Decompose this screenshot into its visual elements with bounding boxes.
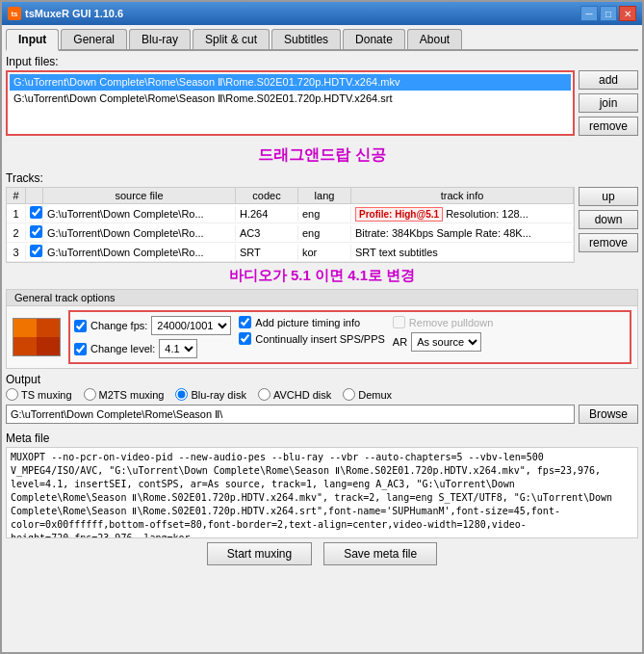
title-controls: ─ □ ✕ xyxy=(580,6,636,21)
general-track-options-panel: General track options Change fps: 2400 xyxy=(6,289,638,369)
level-select[interactable]: 4.14.03.13.0 xyxy=(159,339,197,358)
track-check-3[interactable] xyxy=(26,243,43,261)
output-demux[interactable]: Demux xyxy=(343,388,392,401)
track-codec-3: SRT xyxy=(236,245,298,260)
radio-m2ts-label: M2TS muxing xyxy=(99,389,165,401)
svg-rect-2 xyxy=(37,337,60,355)
table-row[interactable]: 1 G:\uTorrent\Down Complete\Ro... H.264 … xyxy=(7,204,574,223)
add-picture-timing-row: Add picture timing info xyxy=(239,316,385,328)
ar-row: AR As source4:316:9 xyxy=(393,332,493,352)
track-info-2: Bitrate: 384Kbps Sample Rate: 48K... xyxy=(351,225,574,241)
col-lang: lang xyxy=(298,188,351,203)
title-bar: ts tsMuxeR GUI 1.10.6 ─ □ ✕ xyxy=(2,2,642,25)
track-thumbnail xyxy=(13,318,61,356)
gto-col-extra: Remove pulldown AR As source4:316:9 xyxy=(393,316,493,358)
track-codec-1: H.264 xyxy=(236,206,298,222)
table-row[interactable]: 2 G:\uTorrent\Down Complete\Ro... AC3 en… xyxy=(7,223,574,243)
track-up-button[interactable]: up xyxy=(579,187,638,206)
radio-m2ts[interactable] xyxy=(84,388,96,401)
col-source: source file xyxy=(43,188,236,203)
gto-col-left: Change fps: 24000/1001253030000/10015060… xyxy=(74,316,231,358)
track-lang-2: eng xyxy=(298,225,351,241)
track-check-2[interactable] xyxy=(26,223,43,242)
track-num-1: 1 xyxy=(7,206,26,222)
file-item-1[interactable]: G:\uTorrent\Down Complete\Rome\Season Ⅱ\… xyxy=(10,91,571,107)
track-source-2: G:\uTorrent\Down Complete\Ro... xyxy=(43,225,236,241)
tab-input[interactable]: Input xyxy=(6,29,59,51)
input-file-buttons: add join remove xyxy=(579,70,638,136)
track-buttons: up down remove xyxy=(579,187,638,263)
tab-about[interactable]: About xyxy=(407,29,462,49)
change-fps-row: Change fps: 24000/1001253030000/10015060 xyxy=(74,316,231,335)
radio-demux[interactable] xyxy=(343,388,355,401)
remove-file-button[interactable]: remove xyxy=(579,117,638,136)
join-button[interactable]: join xyxy=(579,93,638,113)
title-bar-text: ts tsMuxeR GUI 1.10.6 xyxy=(8,7,123,20)
track-check-1[interactable] xyxy=(26,204,43,222)
output-bluray[interactable]: Blu-ray disk xyxy=(175,388,245,401)
radio-avchd[interactable] xyxy=(258,388,270,401)
fps-select[interactable]: 24000/1001253030000/10015060 xyxy=(151,316,231,335)
output-radio-row: TS muxing M2TS muxing Blu-ray disk AVCHD… xyxy=(6,388,638,401)
minimize-button[interactable]: ─ xyxy=(580,6,598,21)
tab-split-cut[interactable]: Split & cut xyxy=(193,29,270,49)
ar-select[interactable]: As source4:316:9 xyxy=(411,332,481,352)
save-meta-button[interactable]: Save meta file xyxy=(323,542,437,565)
radio-ts-label: TS muxing xyxy=(21,389,72,401)
tracks-table: # source file codec lang track info 1 G:… xyxy=(6,187,575,263)
file-item-0[interactable]: G:\uTorrent\Down Complete\Rome\Season Ⅱ\… xyxy=(10,74,571,91)
output-path-input[interactable] xyxy=(6,405,575,424)
track-source-1: G:\uTorrent\Down Complete\Ro... xyxy=(43,206,236,222)
track-down-button[interactable]: down xyxy=(579,210,638,229)
output-m2ts[interactable]: M2TS muxing xyxy=(84,388,165,401)
bottom-buttons: Start muxing Save meta file xyxy=(6,542,638,565)
input-files-label: Input files: xyxy=(6,55,638,68)
radio-ts[interactable] xyxy=(6,388,18,401)
radio-demux-label: Demux xyxy=(358,389,392,401)
table-row[interactable]: 3 G:\uTorrent\Down Complete\Ro... SRT ko… xyxy=(7,243,574,262)
add-picture-timing-label: Add picture timing info xyxy=(255,317,360,328)
drag-drop-text: 드래그앤드랍 신공 xyxy=(6,142,638,170)
radio-avchd-label: AVCHD disk xyxy=(273,389,331,401)
col-num: # xyxy=(7,188,26,203)
tab-general[interactable]: General xyxy=(61,29,127,49)
track-info-1: Profile: High@5.1 Resolution: 128... xyxy=(351,206,574,222)
gto-col-right: Add picture timing info Continually inse… xyxy=(239,316,385,358)
change-fps-checkbox[interactable] xyxy=(74,320,87,332)
general-track-options-header: General track options xyxy=(7,290,637,306)
change-level-label: Change level: xyxy=(90,343,155,354)
tab-subtitles[interactable]: Subtitles xyxy=(271,29,341,49)
output-ts[interactable]: TS muxing xyxy=(6,388,72,401)
tab-bar: Input General Blu-ray Split & cut Subtit… xyxy=(6,29,638,51)
start-muxing-button[interactable]: Start muxing xyxy=(207,542,312,565)
track-lang-3: kor xyxy=(298,245,351,260)
svg-rect-1 xyxy=(13,319,37,337)
track-lang-1: eng xyxy=(298,206,351,222)
maximize-button[interactable]: □ xyxy=(600,6,617,21)
browse-button[interactable]: Browse xyxy=(579,405,638,424)
add-button[interactable]: add xyxy=(579,70,638,90)
app-title: tsMuxeR GUI 1.10.6 xyxy=(25,8,123,19)
tab-donate[interactable]: Donate xyxy=(343,29,405,49)
tracks-area: # source file codec lang track info 1 G:… xyxy=(6,187,638,263)
radio-bluray[interactable] xyxy=(175,388,188,401)
tracks-header: # source file codec lang track info xyxy=(7,188,574,204)
track-codec-2: AC3 xyxy=(236,225,298,241)
track-num-2: 2 xyxy=(7,225,26,241)
output-label: Output xyxy=(6,373,638,386)
output-section: Output TS muxing M2TS muxing Blu-ray dis… xyxy=(6,373,638,428)
output-path-row: Browse xyxy=(6,405,638,424)
gto-options-box: Change fps: 24000/1001253030000/10015060… xyxy=(68,310,631,364)
col-info: track info xyxy=(351,188,574,203)
track-remove-button[interactable]: remove xyxy=(579,233,638,252)
close-button[interactable]: ✕ xyxy=(619,6,636,21)
change-level-checkbox[interactable] xyxy=(74,343,87,355)
general-track-options-content: Change fps: 24000/1001253030000/10015060… xyxy=(7,306,637,368)
tab-bluray[interactable]: Blu-ray xyxy=(129,29,191,49)
app-icon: ts xyxy=(8,7,21,20)
continually-insert-checkbox[interactable] xyxy=(239,332,251,345)
output-avchd[interactable]: AVCHD disk xyxy=(258,388,331,401)
continually-insert-row: Continually insert SPS/PPS xyxy=(239,332,385,345)
meta-label: Meta file xyxy=(6,432,638,445)
add-picture-timing-checkbox[interactable] xyxy=(239,316,251,328)
